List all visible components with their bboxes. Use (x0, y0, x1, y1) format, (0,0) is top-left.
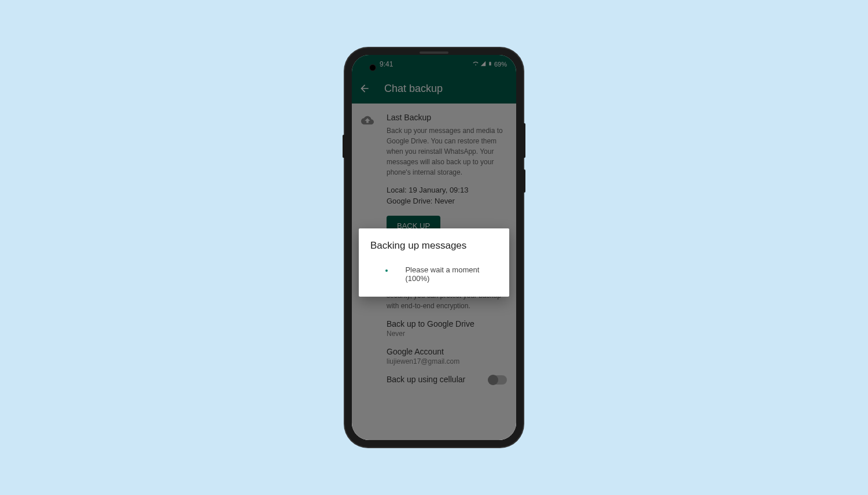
dialog-title: Backing up messages (370, 240, 498, 252)
backup-progress-dialog: Backing up messages Please wait a moment… (359, 228, 509, 297)
phone-screen: 9:41 69% Chat backup (352, 55, 516, 440)
phone-volume-button (523, 123, 525, 158)
phone-speaker (420, 51, 448, 54)
phone-side-button (343, 135, 345, 158)
phone-power-button (523, 169, 525, 193)
phone-camera (369, 64, 376, 71)
loading-spinner-icon (381, 268, 391, 280)
phone-frame: 9:41 69% Chat backup (345, 48, 523, 447)
dialog-progress-text: Please wait a moment (100%) (405, 265, 498, 283)
